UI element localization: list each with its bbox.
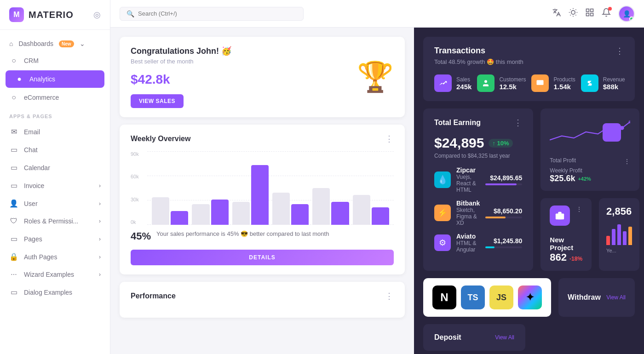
target-icon[interactable]: ◎ — [93, 10, 101, 20]
sidebar-item-auth[interactable]: 🔒 Auth Pages › — [0, 248, 110, 266]
sidebar-item-user[interactable]: 👤 User › — [0, 194, 110, 212]
profit-chart-icon — [603, 123, 621, 142]
search-icon: 🔍 — [126, 10, 134, 17]
trophy-icon: 🏆 — [357, 60, 394, 94]
svg-line-8 — [575, 10, 576, 10]
bitbank-progress-fill — [485, 217, 506, 218]
bar-mon-purple — [171, 211, 188, 225]
header-actions: 👤 — [552, 6, 635, 22]
sidebar-item-label: Chat — [24, 146, 38, 154]
earning-growth-badge: ↑ 10% — [489, 139, 512, 148]
details-button[interactable]: DETAILS — [131, 250, 394, 265]
svg-line-3 — [570, 10, 571, 10]
view-sales-button[interactable]: VIEW SALES — [131, 94, 184, 108]
zipcar-tech: Vuejs, React & HTML — [456, 174, 480, 193]
profit-menu-button[interactable]: ⋮ — [624, 158, 630, 165]
lock-icon: 🔒 — [9, 252, 18, 261]
search-bar[interactable]: 🔍 — [120, 7, 304, 21]
deposit-header: Deposit View All — [434, 333, 514, 342]
profit-value-row: Weekly Profit — [550, 167, 630, 174]
sidebar-item-label: User — [24, 200, 38, 207]
aviato-amount-right: $1,245.80 — [485, 237, 522, 248]
deposit-view-all[interactable]: View All — [495, 334, 514, 341]
bar-tue-purple — [211, 200, 229, 225]
sidebar-item-ecommerce[interactable]: ○ eCommerce — [0, 89, 110, 106]
earning-menu-button[interactable]: ⋮ — [514, 118, 522, 128]
chevron-right-icon-3: › — [99, 218, 101, 224]
search-input[interactable] — [138, 10, 297, 17]
sidebar-item-analytics[interactable]: ● Analytics — [6, 70, 104, 88]
y-label-60k: 60k — [131, 174, 147, 179]
aviato-progress-bar — [485, 246, 522, 248]
performance-card-header: Performance ⋮ — [131, 291, 394, 301]
weekly-footer: 45% Your sales performance is 45% 😎 bett… — [131, 230, 394, 242]
aviato-amount: $1,245.80 — [485, 237, 522, 245]
congrats-amount: $42.8k — [131, 72, 231, 87]
sidebar-item-label: Calendar — [24, 164, 50, 171]
performance-card: Performance ⋮ — [120, 282, 405, 318]
chevron-right-icon: › — [99, 183, 101, 189]
chevron-down-icon: ⌄ — [80, 40, 85, 47]
bar-thu-purple — [291, 204, 309, 225]
bar-wed-purple — [251, 165, 269, 225]
logo-icon: M — [9, 7, 24, 22]
sun-icon[interactable] — [569, 8, 578, 19]
avatar[interactable]: 👤 — [618, 6, 635, 22]
sidebar-item-label: eCommerce — [24, 94, 59, 101]
bitbank-amount-right: $8,650.20 — [485, 207, 522, 218]
txn-customers-info: Customers 12.5k — [499, 76, 526, 91]
sidebar-item-pages[interactable]: ▭ Pages › — [0, 230, 110, 248]
sidebar-item-label: Auth Pages — [24, 253, 57, 261]
earning-title: Total Earning — [434, 119, 481, 127]
email-icon: ✉ — [9, 127, 18, 136]
y-label-90k: 90k — [131, 151, 147, 157]
sidebar-item-label: CRM — [24, 57, 39, 64]
bar-group-wed — [232, 165, 269, 225]
sidebar-item-label: Dashboards — [18, 40, 53, 47]
earning-item-bitbank: ⚡ Bitbank Sketch, Figma & XD $8,650.20 — [434, 200, 522, 226]
performance-menu-button[interactable]: ⋮ — [385, 291, 394, 301]
bitbank-name: Bitbank — [456, 200, 480, 207]
sidebar-item-chat[interactable]: ▭ Chat — [0, 141, 110, 159]
project-decline: -18% — [569, 256, 582, 262]
weekly-chart: 90k 60k 30k 0k — [131, 151, 394, 225]
sidebar-item-crm[interactable]: ○ CRM — [0, 52, 110, 69]
transactions-info: Transactions Total 48.5% growth 🤩 this m… — [434, 46, 523, 74]
sidebar-item-email[interactable]: ✉ Email — [0, 123, 110, 141]
sidebar-item-label: Roles & Permissi... — [24, 217, 78, 225]
new-project-header: ⋮ — [550, 206, 582, 231]
txn-item-customers: Customers 12.5k — [477, 74, 526, 92]
earning-card-header: Total Earning ⋮ — [434, 118, 522, 128]
new-project-menu-button[interactable]: ⋮ — [576, 206, 582, 213]
txn-sales-label: Sales — [456, 76, 472, 83]
bar-group-fri — [312, 188, 349, 225]
sidebar-item-roles[interactable]: 🛡 Roles & Permissi... › — [0, 212, 110, 230]
weekly-menu-button[interactable]: ⋮ — [385, 134, 394, 144]
bell-icon[interactable] — [602, 8, 611, 19]
translate-icon[interactable] — [552, 8, 561, 19]
chevron-right-icon-5: › — [99, 254, 101, 260]
grid-icon[interactable] — [585, 8, 594, 19]
figma-logo: ✦ — [518, 285, 542, 309]
tech-logos-card: N TS JS ✦ — [423, 278, 551, 317]
mini-bar-5 — [628, 227, 632, 245]
shield-icon: 🛡 — [9, 217, 18, 225]
sidebar-item-dashboards[interactable]: ⌂ Dashboards New ⌄ — [0, 35, 110, 52]
sidebar-item-calendar[interactable]: ▭ Calendar — [0, 159, 110, 177]
bar-wed-light — [232, 202, 250, 225]
earning-list: 💧 Zipcar Vuejs, React & HTML $24,895.65 — [434, 166, 522, 253]
sidebar-item-wizard[interactable]: ··· Wizard Examples › — [0, 266, 110, 283]
new-project-icon — [550, 206, 570, 226]
sidebar-item-label: Email — [24, 128, 40, 136]
bitbank-logo: ⚡ — [434, 205, 451, 221]
sidebar-item-invoice[interactable]: ▭ Invoice › — [0, 177, 110, 194]
txn-item-products: Products 1.54k — [531, 74, 575, 92]
circle-active-icon: ● — [15, 75, 24, 83]
bar-group-mon — [152, 197, 188, 225]
sidebar-item-dialog[interactable]: ▭ Dialog Examples — [0, 283, 110, 301]
svg-rect-12 — [591, 13, 593, 16]
transactions-menu-button[interactable]: ⋮ — [615, 46, 624, 56]
new-project-value: 862 -18% — [550, 251, 582, 263]
withdraw-view-all[interactable]: View All — [606, 294, 626, 301]
middle-row: Total Earning ⋮ $24,895 ↑ 10% Compared t… — [423, 108, 635, 271]
